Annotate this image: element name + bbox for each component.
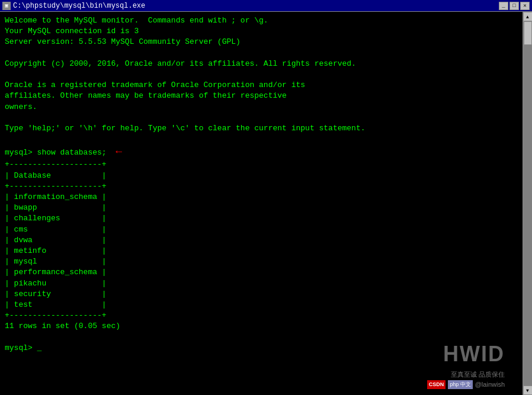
terminal[interactable]: Welcome to the MySQL monitor. Commands e…	[0, 12, 523, 395]
maximize-button[interactable]: □	[509, 2, 519, 10]
red-arrow-annotation: ←	[116, 146, 122, 158]
window-outer: Welcome to the MySQL monitor. Commands e…	[0, 12, 532, 395]
php-badge: php 中文	[448, 380, 473, 389]
window-title: C:\phpstudy\mysql\bin\mysql.exe	[13, 2, 145, 10]
title-bar-left: ▣ C:\phpstudy\mysql\bin\mysql.exe	[2, 2, 145, 10]
watermark-hwid-text: HWID	[443, 339, 505, 369]
watermark-badges: CSDN php 中文 @lainwish	[427, 380, 505, 389]
scroll-up-arrow[interactable]: ▲	[523, 12, 533, 21]
close-button[interactable]: ✕	[520, 2, 530, 10]
scroll-track[interactable]	[523, 21, 532, 386]
title-bar-buttons: _ □ ✕	[499, 2, 530, 10]
watermark-sub: 至真至诚 品质保住 CSDN php 中文 @lainwish	[427, 370, 505, 389]
watermark-slogan: 至真至诚 品质保住	[451, 370, 505, 379]
scroll-down-arrow[interactable]: ▼	[523, 386, 533, 395]
app-icon: ▣	[2, 2, 11, 10]
scroll-thumb[interactable]	[524, 21, 532, 45]
scrollbar[interactable]: ▲ ▼	[523, 12, 532, 395]
title-bar: ▣ C:\phpstudy\mysql\bin\mysql.exe _ □ ✕	[0, 0, 532, 12]
watermark: HWID 至真至诚 品质保住 CSDN php 中文 @lainwish	[427, 339, 505, 389]
minimize-button[interactable]: _	[499, 2, 508, 10]
terminal-text: Welcome to the MySQL monitor. Commands e…	[5, 15, 518, 354]
watermark-username: @lainwish	[475, 380, 505, 389]
csdn-badge: CSDN	[427, 380, 446, 389]
